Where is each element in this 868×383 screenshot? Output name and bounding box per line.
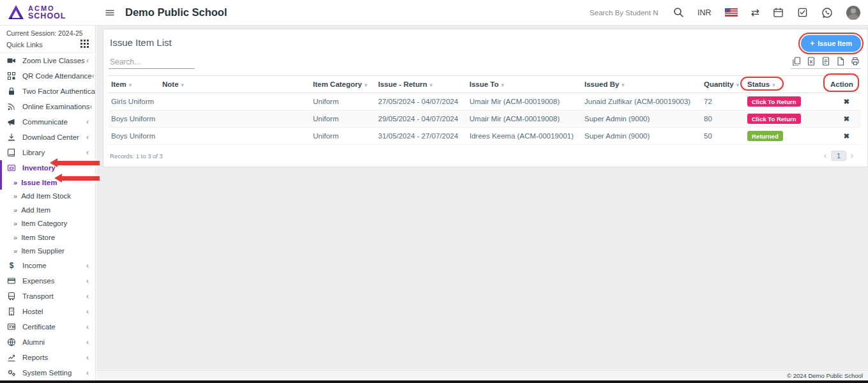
column-header-issue-return[interactable]: Issue - Return▾ [376,76,467,93]
sort-caret-icon: ▾ [129,82,132,88]
sidebar-item-expenses[interactable]: Expenses‹ [0,273,95,289]
collapse-chevron-icon: ‹ [86,56,95,65]
sidebar-item-library[interactable]: Library‹ [0,145,95,160]
sidebar-item-alumni[interactable]: Alumni‹ [0,334,95,350]
cell-action: ✖ [828,93,861,110]
sidebar-item-income[interactable]: $Income‹ [0,258,95,273]
pagination-page-1[interactable]: 1 [831,151,846,161]
sort-caret-icon: ▾ [621,82,624,88]
submenu-marker-icon: » [13,192,17,200]
whatsapp-icon[interactable] [821,7,833,19]
grid-icon[interactable] [80,40,89,49]
pagination-next-icon[interactable]: › [851,151,853,160]
status-badge[interactable]: Returned [747,131,783,141]
export-csv-icon[interactable] [821,57,830,66]
delete-row-icon[interactable]: ✖ [844,115,849,123]
issue-item-button[interactable]: + Issue Item [801,35,861,52]
cell-issued-by: Junaid Zulfikar (ACM-00019003) [582,93,701,110]
sidebar-item-item-supplier[interactable]: »Item Supplier [0,244,95,259]
sidebar-item-add-item-stock[interactable]: »Add Item Stock [0,190,95,204]
column-header-item[interactable]: Item▾ [109,76,160,93]
table-row: Boys UniformUniform29/05/2024 - 04/07/20… [109,110,861,128]
logo-line2: SCHOOL [28,12,66,20]
sidebar-menu: Zoom Live Classes‹QR Code Attendance‹Two… [0,53,95,380]
status-badge[interactable]: Click To Return [747,96,801,107]
quick-links[interactable]: Quick Links [0,38,95,53]
cell-note [160,93,310,110]
column-header-note[interactable]: Note▾ [160,76,310,93]
column-header-item-category[interactable]: Item Category▾ [310,76,376,93]
status-badge[interactable]: Click To Return [747,114,801,124]
school-logo[interactable]: ACMO SCHOOL [0,4,96,20]
sidebar-item-reports[interactable]: Reports‹ [0,350,95,365]
quick-links-label: Quick Links [6,41,43,49]
currency-selector[interactable]: INR [697,8,712,17]
swap-arrows-icon[interactable]: ⇄ [751,6,759,19]
sidebar-item-hostel[interactable]: Hostel‹ [0,304,95,319]
export-pdf-icon[interactable] [836,57,845,66]
hamburger-icon[interactable] [105,8,115,18]
issue-item-button-label: Issue Item [818,40,852,47]
collapse-chevron-icon: ‹ [86,276,95,285]
sidebar-item-add-item[interactable]: »Add Item [0,203,95,217]
us-flag-icon[interactable] [725,8,738,17]
sidebar-item-label: Reports [22,354,48,361]
pagination-prev-icon[interactable]: ‹ [824,151,826,160]
sidebar-item-online-examinations[interactable]: Online Examinations‹ [0,99,95,114]
collapse-chevron-icon: ‹ [86,117,95,126]
sidebar-item-two-factor-authentication[interactable]: Two Factor Authentication [0,84,95,99]
table-row: Boys UniformUniform31/05/2024 - 27/07/20… [109,128,861,145]
user-avatar[interactable] [846,6,860,20]
sidebar-item-label: Download Center [22,133,79,141]
sidebar: Current Session: 2024-25 Quick Links Zoo… [0,26,96,380]
table-header-row: Item▾Note▾Item Category▾Issue - Return▾I… [109,76,861,93]
sidebar-item-item-category[interactable]: »Item Category [0,217,95,231]
dollar-icon: $ [6,261,17,270]
main-content: Issue Item List + Issue Item Item▾Note▾I… [96,26,868,380]
sidebar-item-label: Income [22,262,47,269]
submenu-marker-icon: » [13,220,17,227]
sidebar-item-transport[interactable]: Transport‹ [0,289,95,304]
column-header-status[interactable]: Status▾ [745,76,828,93]
building-icon [6,307,17,316]
sort-caret-icon: ▾ [772,82,775,88]
sidebar-item-system-setting[interactable]: System Setting‹ [0,365,95,380]
sidebar-item-label: Library [22,149,45,156]
export-print-icon[interactable] [851,57,860,66]
delete-row-icon[interactable]: ✖ [844,98,849,105]
sidebar-item-qr-code-attendance[interactable]: QR Code Attendance‹ [0,68,95,84]
sidebar-item-communicate[interactable]: Communicate‹ [0,114,95,130]
download-icon [6,133,17,142]
export-excel-icon[interactable] [807,57,816,66]
app-window: ACMO SCHOOL Demo Public School INR ⇄ [0,0,868,383]
student-search-input[interactable] [588,8,660,17]
cell-quantity: 50 [701,128,745,145]
inventory-box-icon [6,163,17,172]
cell-item-category: Uniform [310,110,376,128]
cell-issue-to: Umair Mir (ACM-00019008) [467,110,582,128]
column-header-issued-by[interactable]: Issued By▾ [582,76,701,93]
sidebar-item-label: Issue Item [21,179,57,186]
logo-triangle-icon [8,4,24,20]
sidebar-item-label: System Setting [22,369,72,377]
column-header-issue-to[interactable]: Issue To▾ [467,76,582,93]
cell-status: Returned [745,128,828,145]
sidebar-item-download-center[interactable]: Download Center‹ [0,130,95,145]
delete-row-icon[interactable]: ✖ [844,132,849,140]
sidebar-item-certificate[interactable]: Certificate‹ [0,319,95,334]
cell-note [160,110,310,128]
calendar-icon[interactable] [773,7,784,18]
sidebar-item-zoom-live-classes[interactable]: Zoom Live Classes‹ [0,53,95,68]
tasks-check-icon[interactable] [797,7,808,18]
sidebar-item-item-store[interactable]: »Item Store [0,230,95,244]
table-search-input[interactable] [109,56,195,69]
certificate-icon [6,322,17,331]
footer: © 2024 Demo Public School [96,370,868,380]
search-icon[interactable] [673,7,684,18]
column-label: Item [111,80,126,88]
cell-issue-return: 27/05/2024 - 04/07/2024 [376,93,467,110]
export-copy-icon[interactable] [792,57,801,66]
column-header-quantity[interactable]: Quantity▾ [701,76,745,93]
cell-issue-to: Idrees Keema (ACM-00019001) [467,128,582,145]
cell-status: Click To Return [745,93,828,110]
